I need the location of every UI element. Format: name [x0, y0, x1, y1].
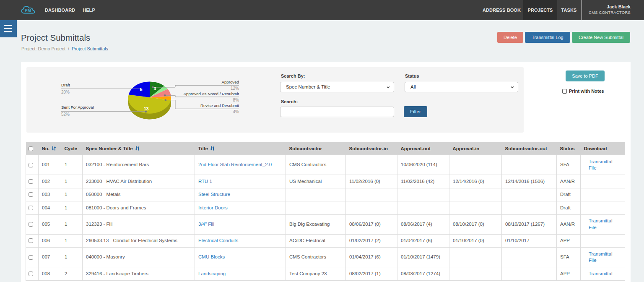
svg-text:Sent For Approval: Sent For Approval — [61, 105, 94, 110]
svg-text:Approved: Approved — [222, 80, 239, 84]
svg-text:5: 5 — [140, 87, 143, 92]
svg-text:13: 13 — [144, 106, 149, 111]
svg-text:Revise and Resubmit: Revise and Resubmit — [200, 103, 239, 108]
svg-text:Approved As Noted / Resubmit: Approved As Noted / Resubmit — [184, 91, 239, 96]
svg-text:52%: 52% — [61, 112, 70, 117]
svg-text:3: 3 — [153, 86, 156, 91]
svg-text:PM: PM — [25, 8, 31, 13]
svg-text:Draft: Draft — [61, 83, 70, 87]
svg-text:20%: 20% — [61, 90, 70, 94]
svg-text:8%: 8% — [233, 98, 239, 102]
svg-text:12%: 12% — [231, 86, 239, 91]
svg-text:4%: 4% — [233, 110, 239, 114]
